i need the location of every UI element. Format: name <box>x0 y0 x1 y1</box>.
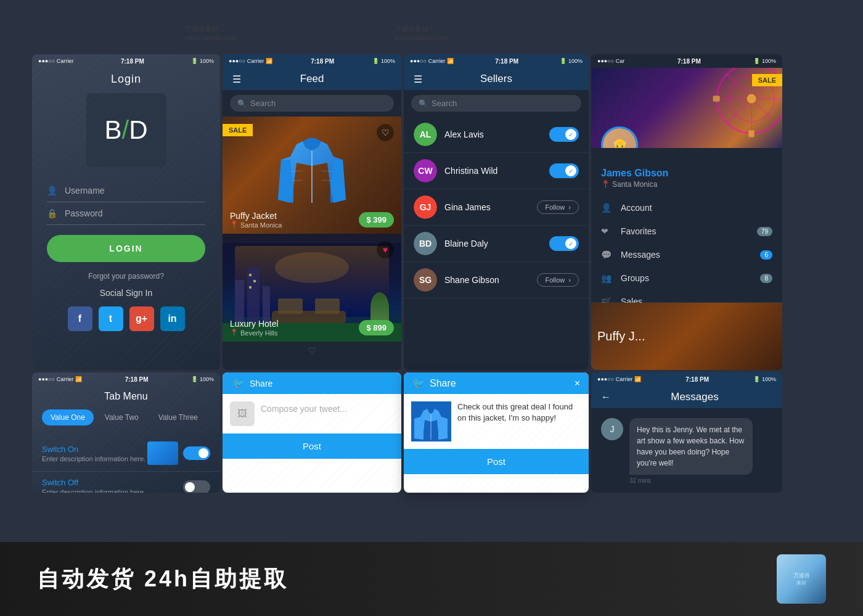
twitter-button[interactable]: t <box>99 306 123 331</box>
feed-battery: 🔋 100% <box>372 58 395 64</box>
tweet-avatar: 🖼 <box>230 401 255 426</box>
follow-toggle-alex[interactable]: ✓ <box>549 127 579 142</box>
groups-icon: 👥 <box>601 273 612 283</box>
menu-item-messages[interactable]: 💬 Messages 6 <box>591 243 782 266</box>
profile-battery: 🔋 100% <box>753 58 776 64</box>
follow-toggle-blaine[interactable]: ✓ <box>549 236 579 251</box>
heart-button-hotel[interactable]: ♥ <box>377 241 394 258</box>
switch-on-desc: Enter description information here. <box>42 455 145 462</box>
seller-avatar-shane: SG <box>414 268 437 292</box>
follow-toggle-christina[interactable]: ✓ <box>549 163 579 178</box>
messages-title: Messages <box>617 391 772 403</box>
back-button[interactable]: ← <box>601 392 611 403</box>
svg-rect-11 <box>249 286 252 289</box>
profile-sale-badge: SALE <box>752 74 782 86</box>
feed-search-bar[interactable]: 🔍 Search <box>230 95 394 112</box>
location-icon: 📍 <box>230 221 239 229</box>
banner-text: 自动发货 24h自助提取 <box>37 564 288 594</box>
password-label: Password <box>65 208 102 218</box>
profile-name: James Gibson <box>601 168 772 179</box>
tab-value-one[interactable]: Value One <box>42 409 94 425</box>
svg-rect-15 <box>315 298 340 314</box>
sellers-menu-icon[interactable]: ☰ <box>414 73 422 85</box>
menu-label-favorites: Favorites <box>621 226 748 236</box>
tweet-compose-input[interactable]: Compose your tweet... <box>261 401 394 426</box>
sellers-search-icon: 🔍 <box>419 99 428 108</box>
login-button[interactable]: LOGIN <box>47 235 205 262</box>
seller-name-shane: Shane Gibson <box>444 275 530 285</box>
user-icon: 👤 <box>47 186 57 195</box>
location-pin-icon: 📍 <box>601 180 610 189</box>
menu-item-account[interactable]: 👤 Account <box>591 196 782 220</box>
share-close-button[interactable]: × <box>575 378 580 389</box>
sellers-battery: 🔋 100% <box>560 58 583 64</box>
login-status-battery: 🔋 100% <box>191 58 214 64</box>
seller-avatar-alex: AL <box>414 123 437 146</box>
follow-button-gina[interactable]: Follow › <box>537 200 579 214</box>
account-icon: 👤 <box>601 203 612 213</box>
seller-item: AL Alex Lavis ✓ <box>404 117 589 153</box>
profile-location: 📍 Santa Monica <box>601 180 772 189</box>
twitter-bird-icon: 🐦 <box>232 377 245 389</box>
avatar-image: 👴 <box>603 128 636 148</box>
toggle-on[interactable] <box>183 446 210 460</box>
linkedin-button[interactable]: in <box>160 306 185 331</box>
heart-button-jacket[interactable]: ♡ <box>377 124 394 141</box>
login-logo: B/D <box>86 93 166 167</box>
bottom-banner: 自动发货 24h自助提取 万波谷 素材 <box>0 542 863 616</box>
facebook-button[interactable]: f <box>68 306 92 331</box>
svg-point-16 <box>275 252 349 283</box>
sellers-search-bar[interactable]: 🔍 Search <box>411 95 581 112</box>
forgot-password-link[interactable]: Forgot your password? <box>32 272 220 281</box>
menu-item-groups[interactable]: 👥 Groups 8 <box>591 266 782 290</box>
messages-icon: 💬 <box>601 250 612 260</box>
tabmenu-battery: 🔋 100% <box>191 376 214 382</box>
groups-badge: 8 <box>760 274 772 283</box>
share-jacket-svg <box>411 401 451 441</box>
seller-item: CW Christina Wild ✓ <box>404 153 589 189</box>
watermark-1: 万波谷素材wliug.taobao.com <box>185 25 238 41</box>
svg-rect-28 <box>713 96 719 101</box>
svg-rect-27 <box>748 130 754 137</box>
puffy-jacket-card[interactable]: SALE ♡ Puffy Jacket 📍 Santa Monica $ 399 <box>223 117 401 234</box>
sellers-title: Sellers <box>480 73 512 85</box>
switch-on-image <box>147 441 178 465</box>
share-product-thumbnail <box>411 401 451 441</box>
follow-button-shane[interactable]: Follow › <box>537 273 579 287</box>
login-title: Login <box>32 68 220 93</box>
tweet-post-button[interactable]: Post <box>223 433 401 459</box>
seller-item: BD Blaine Daly ✓ <box>404 226 589 262</box>
feed-search-placeholder: Search <box>250 99 276 108</box>
feed-search-icon: 🔍 <box>237 99 247 108</box>
tweet-share-label: Share <box>250 379 272 388</box>
share-dialog-label: Share <box>430 378 456 389</box>
profile-carrier: ●●●○○ Car <box>597 58 624 64</box>
svg-rect-9 <box>249 274 252 276</box>
hotel-card[interactable]: ♥ Luxury Hotel 📍 Beverly Hills $ 899 <box>223 234 401 342</box>
share-post-button[interactable]: Post <box>404 449 589 474</box>
toggle-knob: ✓ <box>565 129 576 140</box>
login-status-time: 7:18 PM <box>121 58 144 65</box>
feed-menu-icon[interactable]: ☰ <box>232 73 241 85</box>
messages-badge: 6 <box>760 250 772 260</box>
share-dialog-text: Check out this great deal I found on thi… <box>457 401 581 424</box>
toggle-off[interactable] <box>183 480 210 493</box>
favorites-badge: 79 <box>757 227 772 236</box>
sellers-carrier: ●●●○○ Carrier 📶 <box>410 58 454 64</box>
tab-value-three[interactable]: Value Three <box>150 409 207 425</box>
svg-rect-10 <box>253 280 256 282</box>
menu-item-favorites[interactable]: ❤ Favorites 79 <box>591 220 782 243</box>
messages-battery: 🔋 100% <box>753 376 776 382</box>
password-input[interactable]: 🔒 Password <box>47 202 205 225</box>
messages-time: 7:18 PM <box>685 376 709 383</box>
seller-name-blaine: Blaine Daly <box>444 239 542 248</box>
location-hotel: 📍 Beverly Hills <box>230 329 279 337</box>
seller-item: GJ Gina James Follow › <box>404 189 589 226</box>
profile-avatar: 👴 <box>601 126 638 148</box>
bottom-heart: ♡ <box>223 342 401 359</box>
seller-name-gina: Gina James <box>444 202 530 212</box>
username-input[interactable]: 👤 Username <box>47 179 205 202</box>
googleplus-button[interactable]: g+ <box>129 306 154 331</box>
tab-value-two[interactable]: Value Two <box>96 409 147 425</box>
price-hotel: $ 899 <box>359 320 394 335</box>
